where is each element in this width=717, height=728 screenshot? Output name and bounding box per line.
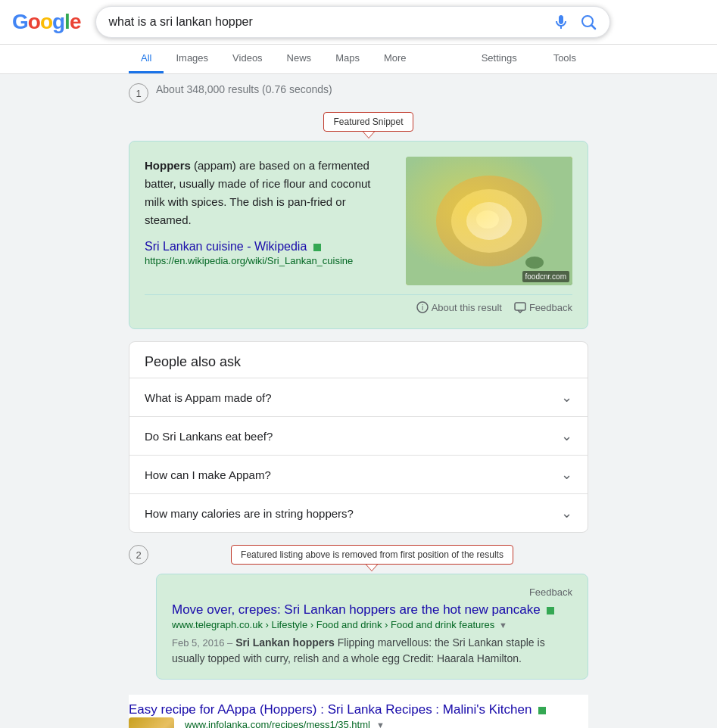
hopper-image-svg [406,157,572,285]
svg-point-5 [466,202,512,240]
svg-point-7 [525,257,544,269]
tab-settings[interactable]: Settings [469,45,529,73]
svg-line-1 [592,26,596,30]
mic-icon[interactable] [552,13,570,31]
info-icon: i [416,301,429,313]
snippet-url: https://en.wikipedia.org/wiki/Sri_Lankan… [145,255,394,266]
snippet-description: Hoppers (appam) are based on a fermented… [145,157,394,229]
snippet-bold-word: Hoppers [145,159,191,172]
results-count: About 348,000 results (0.76 seconds) [156,83,588,95]
featured-snippet-box: Hoppers (appam) are based on a fermented… [129,141,588,329]
about-result-link[interactable]: i About this result [416,301,502,313]
svg-rect-10 [515,303,525,310]
svg-text:i: i [422,303,423,312]
step2-row: 2 Featured listing above is removed from… [129,545,588,692]
people-also-ask-box: People also ask What is Appam made of? ⌄… [129,341,588,533]
step-2-circle: 2 [129,545,148,565]
svg-rect-2 [406,157,572,285]
header: Google [0,0,717,45]
results-area: 1 About 348,000 results (0.76 seconds) F… [0,74,717,728]
result3-link[interactable]: Easy recipe for AAppa (Hoppers) : Sri La… [129,702,532,717]
image-source-label: foodcnr.com [522,271,569,282]
google-logo: Google [12,10,80,34]
tab-images[interactable]: Images [164,45,220,73]
snippet-content: Hoppers (appam) are based on a fermented… [145,157,572,285]
snippet-text: Hoppers (appam) are based on a fermented… [145,157,394,285]
result2-dropdown-arrow[interactable]: ▼ [499,621,507,630]
tab-tools[interactable]: Tools [541,45,588,73]
result3-body: www.infolanka.com/recipes/mess1/35.html … [129,717,588,728]
result3-image [129,717,174,728]
paa-chevron-1: ⌄ [561,389,572,406]
removal-annotation: Featured listing above is removed from f… [231,545,513,571]
step-1-circle: 1 [129,83,148,103]
result2-feedback: Feedback [172,586,572,598]
result-card-2: Feedback Move over, crepes: Sri Lankan h… [156,574,588,680]
nav-tabs: All Images Videos News Maps More Setting… [0,45,717,74]
search-icon[interactable] [579,13,597,31]
svg-point-6 [476,210,499,229]
paa-title: People also ask [129,342,588,378]
result3-dropdown-arrow[interactable]: ▼ [376,720,385,729]
snippet-image-wrap: foodcnr.com [406,157,572,285]
snippet-link-anchor[interactable]: Sri Lankan cuisine - Wikipedia [145,240,307,253]
feedback-icon [514,301,526,313]
tab-maps[interactable]: Maps [323,45,372,73]
paa-item-4[interactable]: How many calories are in string hoppers?… [129,493,588,532]
tab-news[interactable]: News [275,45,324,73]
paa-chevron-2: ⌄ [561,428,572,444]
feedback-link[interactable]: Feedback [514,301,572,313]
svg-point-4 [451,189,527,253]
tab-more[interactable]: More [372,45,419,73]
paa-item-3[interactable]: How can I make Appam? ⌄ [129,455,588,493]
snippet-link[interactable]: Sri Lankan cuisine - Wikipedia https://e… [145,240,394,266]
result2-trusted-icon [547,607,554,614]
tab-all[interactable]: All [129,45,164,73]
tab-videos[interactable]: Videos [220,45,275,73]
paa-item-2[interactable]: Do Sri Lankans eat beef? ⌄ [129,416,588,455]
annotation-row-1: 1 About 348,000 results (0.76 seconds) [129,83,588,106]
result2-link[interactable]: Move over, crepes: Sri Lankan hoppers ar… [172,602,541,617]
svg-point-3 [436,176,542,266]
result-card-3: Easy recipe for AAppa (Hoppers) : Sri La… [129,695,588,728]
removal-tooltip: Featured listing above is removed from f… [231,545,513,565]
paa-chevron-3: ⌄ [561,466,572,483]
featured-snippet-tooltip: Featured Snippet [323,112,413,132]
featured-snippet-annotation: Featured Snippet [323,112,413,138]
result2-url: www.telegraph.co.uk › Lifestyle › Food a… [172,619,572,630]
trusted-icon [313,244,321,251]
result3-text: www.infolanka.com/recipes/mess1/35.html … [185,717,588,728]
paa-item-1[interactable]: What is Appam made of? ⌄ [129,378,588,416]
search-input[interactable] [108,15,552,29]
snippet-image: foodcnr.com [406,157,572,285]
result2-desc: Feb 5, 2016 – Sri Lankan hoppers Flippin… [172,635,572,667]
search-bar[interactable] [95,6,610,38]
result3-trusted-icon [538,707,546,714]
snippet-footer: i About this result Feedback [145,294,572,313]
result3-url-row: www.infolanka.com/recipes/mess1/35.html … [185,719,588,728]
paa-chevron-4: ⌄ [561,505,572,521]
